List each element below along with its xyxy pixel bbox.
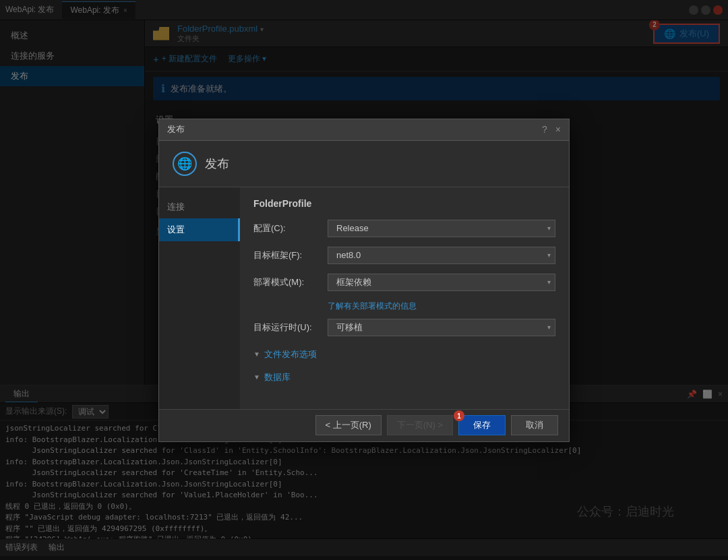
form-runtime-label: 目标运行时(U): bbox=[253, 321, 328, 334]
database-section: ▼ 数据库 bbox=[253, 369, 555, 386]
form-framework-label: 目标框架(F): bbox=[253, 249, 328, 261]
modal-globe-icon: 🌐 bbox=[173, 152, 197, 176]
modal-main-content: FolderProfile 配置(C): Release Debug ▾ 目标框… bbox=[240, 187, 569, 409]
form-deploy-control[interactable]: 框架依赖 独立 ▾ bbox=[328, 274, 555, 291]
modal-header: 🌐 发布 bbox=[159, 141, 569, 187]
prev-page-btn[interactable]: < 上一页(R) bbox=[315, 415, 382, 435]
form-row-deploy-mode: 部署模式(M): 框架依赖 独立 ▾ bbox=[253, 274, 555, 291]
file-publish-header[interactable]: ▼ 文件发布选项 bbox=[253, 346, 555, 363]
form-config-control[interactable]: Release Debug ▾ bbox=[328, 220, 555, 237]
publish-modal: 发布 ? × 🌐 发布 连接 设置 FolderP bbox=[158, 119, 570, 442]
modal-controls: ? × bbox=[542, 124, 561, 135]
form-config-label: 配置(C): bbox=[253, 222, 328, 235]
modal-footer: < 上一页(R) 下一页(N) > 1 保存 取消 bbox=[159, 409, 569, 441]
framework-select[interactable]: net8.0 net6.0 net7.0 bbox=[334, 247, 549, 263]
file-publish-section: ▼ 文件发布选项 bbox=[253, 346, 555, 363]
next-page-btn[interactable]: 下一页(N) > bbox=[387, 415, 453, 435]
modal-header-title: 发布 bbox=[205, 156, 229, 172]
form-row-runtime: 目标运行时(U): 可移植 win-x64 linux-x64 ▾ bbox=[253, 319, 555, 336]
form-row-framework: 目标框架(F): net8.0 net6.0 net7.0 ▾ bbox=[253, 247, 555, 264]
cancel-btn[interactable]: 取消 bbox=[511, 415, 558, 435]
deploy-mode-select[interactable]: 框架依赖 独立 bbox=[334, 274, 549, 290]
modal-nav-settings[interactable]: 设置 bbox=[159, 218, 240, 241]
runtime-select[interactable]: 可移植 win-x64 linux-x64 bbox=[334, 319, 549, 336]
form-runtime-control[interactable]: 可移植 win-x64 linux-x64 ▾ bbox=[328, 319, 555, 336]
modal-body: 连接 设置 FolderProfile 配置(C): Release Debug bbox=[159, 187, 569, 409]
save-btn-badge: 1 bbox=[454, 410, 464, 421]
save-btn[interactable]: 1 保存 bbox=[458, 415, 506, 435]
deploy-info-link[interactable]: 了解有关部署模式的信息 bbox=[328, 301, 555, 312]
modal-title: 发布 bbox=[167, 123, 185, 135]
modal-nav-connect[interactable]: 连接 bbox=[159, 195, 240, 218]
modal-sidebar: 连接 设置 bbox=[159, 187, 240, 409]
modal-help-btn[interactable]: ? bbox=[542, 124, 547, 135]
modal-overlay: 发布 ? × 🌐 发布 连接 设置 FolderP bbox=[0, 0, 728, 560]
modal-titlebar: 发布 ? × bbox=[159, 119, 569, 141]
database-arrow: ▼ bbox=[253, 373, 260, 381]
modal-profile-name: FolderProfile bbox=[253, 198, 555, 209]
config-select[interactable]: Release Debug bbox=[334, 220, 549, 237]
form-framework-control[interactable]: net8.0 net6.0 net7.0 ▾ bbox=[328, 247, 555, 264]
file-publish-arrow: ▼ bbox=[253, 350, 260, 358]
modal-close-btn[interactable]: × bbox=[555, 124, 561, 135]
form-row-config: 配置(C): Release Debug ▾ bbox=[253, 220, 555, 237]
form-deploy-label: 部署模式(M): bbox=[253, 276, 328, 288]
database-header[interactable]: ▼ 数据库 bbox=[253, 369, 555, 386]
